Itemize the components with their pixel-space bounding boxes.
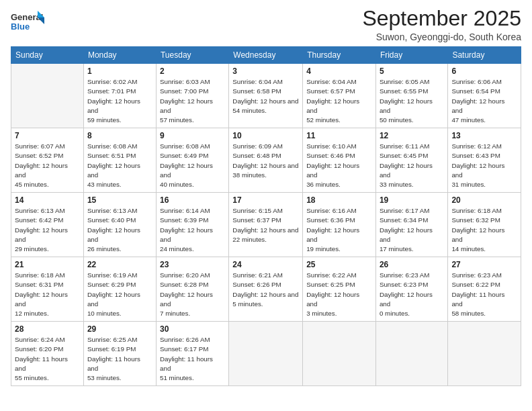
day-info: Sunrise: 6:13 AMSunset: 6:40 PMDaylight:… (87, 206, 152, 254)
weekday-header-row: SundayMondayTuesdayWednesdayThursdayFrid… (11, 47, 521, 64)
day-number: 18 (306, 195, 372, 205)
calendar-cell: 7Sunrise: 6:07 AMSunset: 6:52 PMDaylight… (11, 128, 84, 193)
calendar-cell: 27Sunrise: 6:23 AMSunset: 6:22 PMDayligh… (448, 257, 521, 322)
logo: General Blue (11, 9, 44, 38)
calendar-cell: 13Sunrise: 6:12 AMSunset: 6:43 PMDayligh… (448, 128, 521, 193)
logo-svg: General Blue (11, 9, 44, 38)
day-info: Sunrise: 6:07 AMSunset: 6:52 PMDaylight:… (15, 142, 80, 189)
day-number: 6 (451, 66, 517, 76)
calendar-cell: 9Sunrise: 6:08 AMSunset: 6:49 PMDaylight… (156, 128, 228, 193)
day-number: 19 (380, 195, 445, 205)
calendar-week-row: 14Sunrise: 6:13 AMSunset: 6:42 PMDayligh… (11, 193, 521, 257)
weekday-header-sunday: Sunday (11, 47, 84, 64)
calendar-cell: 21Sunrise: 6:18 AMSunset: 6:31 PMDayligh… (11, 257, 84, 322)
day-number: 16 (160, 195, 225, 205)
day-info: Sunrise: 6:11 AMSunset: 6:45 PMDaylight:… (380, 142, 445, 189)
day-number: 25 (306, 260, 372, 269)
calendar-table: SundayMondayTuesdayWednesdayThursdayFrid… (11, 46, 521, 386)
day-info: Sunrise: 6:19 AMSunset: 6:29 PMDaylight:… (87, 271, 152, 318)
day-info: Sunrise: 6:09 AMSunset: 6:48 PMDaylight:… (232, 142, 299, 180)
day-info: Sunrise: 6:20 AMSunset: 6:28 PMDaylight:… (160, 271, 225, 318)
day-number: 7 (15, 131, 80, 140)
calendar-cell: 11Sunrise: 6:10 AMSunset: 6:46 PMDayligh… (303, 128, 376, 193)
calendar-cell: 19Sunrise: 6:17 AMSunset: 6:34 PMDayligh… (375, 193, 448, 257)
calendar-week-row: 7Sunrise: 6:07 AMSunset: 6:52 PMDaylight… (11, 128, 521, 193)
calendar-cell: 3Sunrise: 6:04 AMSunset: 6:58 PMDaylight… (229, 64, 303, 128)
day-info: Sunrise: 6:04 AMSunset: 6:58 PMDaylight:… (232, 77, 299, 116)
day-number: 30 (160, 324, 225, 334)
calendar-cell: 10Sunrise: 6:09 AMSunset: 6:48 PMDayligh… (229, 128, 303, 193)
day-number: 9 (160, 131, 225, 140)
calendar-cell: 8Sunrise: 6:08 AMSunset: 6:51 PMDaylight… (83, 128, 156, 193)
day-number: 4 (306, 66, 372, 76)
calendar-cell: 30Sunrise: 6:26 AMSunset: 6:17 PMDayligh… (156, 322, 228, 386)
day-info: Sunrise: 6:24 AMSunset: 6:20 PMDaylight:… (15, 335, 80, 383)
day-info: Sunrise: 6:16 AMSunset: 6:36 PMDaylight:… (306, 206, 372, 254)
day-info: Sunrise: 6:17 AMSunset: 6:34 PMDaylight:… (380, 206, 445, 254)
weekday-header-friday: Friday (375, 47, 448, 64)
day-number: 3 (232, 66, 299, 76)
weekday-header-thursday: Thursday (303, 47, 376, 64)
calendar-cell: 2Sunrise: 6:03 AMSunset: 7:00 PMDaylight… (156, 64, 228, 128)
svg-text:Blue: Blue (11, 21, 30, 32)
page: General Blue September 2025 Suwon, Gyeon… (0, 0, 532, 393)
calendar-cell: 5Sunrise: 6:05 AMSunset: 6:55 PMDaylight… (375, 64, 448, 128)
day-number: 20 (451, 195, 517, 205)
calendar-cell: 4Sunrise: 6:04 AMSunset: 6:57 PMDaylight… (303, 64, 376, 128)
calendar-cell: 12Sunrise: 6:11 AMSunset: 6:45 PMDayligh… (375, 128, 448, 193)
calendar-cell: 25Sunrise: 6:22 AMSunset: 6:25 PMDayligh… (303, 257, 376, 322)
day-number: 11 (306, 131, 372, 140)
day-number: 21 (15, 260, 80, 269)
calendar-cell: 29Sunrise: 6:25 AMSunset: 6:19 PMDayligh… (83, 322, 156, 386)
day-info: Sunrise: 6:03 AMSunset: 7:00 PMDaylight:… (160, 77, 225, 125)
day-info: Sunrise: 6:08 AMSunset: 6:49 PMDaylight:… (160, 142, 225, 189)
day-info: Sunrise: 6:13 AMSunset: 6:42 PMDaylight:… (15, 206, 80, 254)
calendar-cell: 14Sunrise: 6:13 AMSunset: 6:42 PMDayligh… (11, 193, 84, 257)
day-number: 2 (160, 66, 225, 76)
title-area: September 2025 Suwon, Gyeonggi-do, South… (362, 7, 521, 42)
calendar-cell (11, 64, 84, 128)
weekday-header-wednesday: Wednesday (229, 47, 303, 64)
day-number: 13 (451, 131, 517, 140)
calendar-cell: 28Sunrise: 6:24 AMSunset: 6:20 PMDayligh… (11, 322, 84, 386)
day-info: Sunrise: 6:18 AMSunset: 6:31 PMDaylight:… (15, 271, 80, 318)
day-number: 10 (232, 131, 299, 140)
calendar-cell: 16Sunrise: 6:14 AMSunset: 6:39 PMDayligh… (156, 193, 228, 257)
day-number: 29 (87, 324, 152, 334)
day-number: 5 (380, 66, 445, 76)
day-info: Sunrise: 6:25 AMSunset: 6:19 PMDaylight:… (87, 335, 152, 383)
calendar-cell (303, 322, 376, 386)
calendar-cell: 18Sunrise: 6:16 AMSunset: 6:36 PMDayligh… (303, 193, 376, 257)
calendar-week-row: 28Sunrise: 6:24 AMSunset: 6:20 PMDayligh… (11, 322, 521, 386)
day-number: 15 (87, 195, 152, 205)
day-number: 14 (15, 195, 80, 205)
calendar-cell: 22Sunrise: 6:19 AMSunset: 6:29 PMDayligh… (83, 257, 156, 322)
day-info: Sunrise: 6:08 AMSunset: 6:51 PMDaylight:… (87, 142, 152, 189)
day-number: 12 (380, 131, 445, 140)
calendar-cell: 17Sunrise: 6:15 AMSunset: 6:37 PMDayligh… (229, 193, 303, 257)
calendar-week-row: 1Sunrise: 6:02 AMSunset: 7:01 PMDaylight… (11, 64, 521, 128)
calendar-cell: 23Sunrise: 6:20 AMSunset: 6:28 PMDayligh… (156, 257, 228, 322)
day-info: Sunrise: 6:14 AMSunset: 6:39 PMDaylight:… (160, 206, 225, 254)
day-info: Sunrise: 6:26 AMSunset: 6:17 PMDaylight:… (160, 335, 225, 383)
day-number: 22 (87, 260, 152, 269)
day-info: Sunrise: 6:12 AMSunset: 6:43 PMDaylight:… (451, 142, 517, 189)
month-title: September 2025 (362, 7, 521, 30)
day-info: Sunrise: 6:06 AMSunset: 6:54 PMDaylight:… (451, 77, 517, 125)
day-info: Sunrise: 6:23 AMSunset: 6:23 PMDaylight:… (380, 271, 445, 318)
day-info: Sunrise: 6:15 AMSunset: 6:37 PMDaylight:… (232, 206, 299, 244)
day-info: Sunrise: 6:21 AMSunset: 6:26 PMDaylight:… (232, 271, 299, 309)
day-number: 1 (87, 66, 152, 76)
day-number: 26 (380, 260, 445, 269)
calendar-cell (375, 322, 448, 386)
day-info: Sunrise: 6:18 AMSunset: 6:32 PMDaylight:… (451, 206, 517, 254)
calendar-cell: 20Sunrise: 6:18 AMSunset: 6:32 PMDayligh… (448, 193, 521, 257)
weekday-header-monday: Monday (83, 47, 156, 64)
calendar-cell: 26Sunrise: 6:23 AMSunset: 6:23 PMDayligh… (375, 257, 448, 322)
calendar-cell (448, 322, 521, 386)
calendar-cell: 15Sunrise: 6:13 AMSunset: 6:40 PMDayligh… (83, 193, 156, 257)
header: General Blue September 2025 Suwon, Gyeon… (11, 7, 521, 42)
day-number: 27 (451, 260, 517, 269)
location-subtitle: Suwon, Gyeonggi-do, South Korea (362, 32, 521, 42)
day-info: Sunrise: 6:02 AMSunset: 7:01 PMDaylight:… (87, 77, 152, 125)
